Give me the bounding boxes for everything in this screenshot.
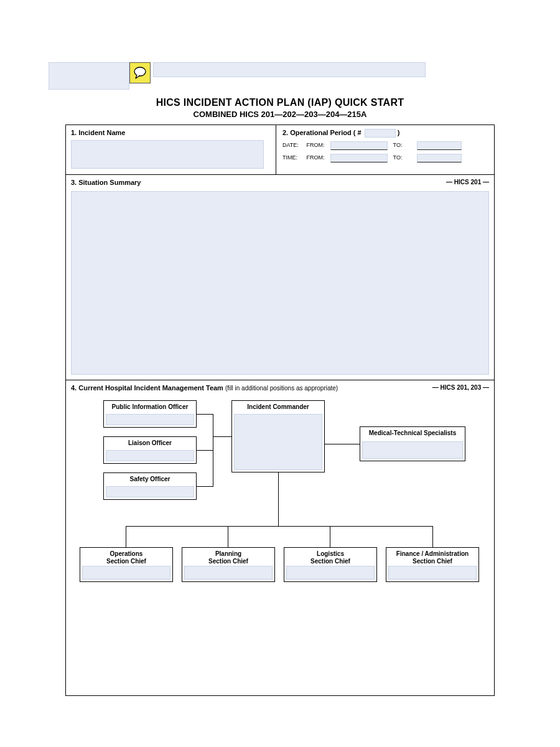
node-log-field[interactable] [286, 566, 375, 580]
op-label-text: 2. Operational Period ( # [282, 129, 362, 136]
date-to-field[interactable] [417, 141, 462, 150]
conn [197, 414, 213, 415]
op-label-close: ) [398, 129, 400, 136]
conn [126, 526, 126, 547]
form-container: 1. Incident Name 2. Operational Period (… [65, 125, 495, 696]
doc-subtitle: COMBINED HICS 201—202—203—204—215A [0, 110, 560, 119]
node-liaison: Liaison Officer [103, 436, 197, 464]
op-time-row: TIME: FROM: TO: [282, 154, 489, 162]
node-ops-label: OperationsSection Chief [80, 548, 172, 565]
op-date-row: DATE: FROM: TO: [282, 141, 489, 150]
conn [126, 526, 433, 527]
header-field-left[interactable] [49, 62, 129, 90]
node-liaison-label: Liaison Officer [104, 437, 196, 447]
conn [228, 526, 228, 547]
node-safety: Safety Officer [103, 472, 197, 500]
node-medtech-label: Medical-Technical Specialists [360, 427, 465, 437]
management-team-label: 4. Current Hospital Incident Management … [71, 384, 489, 392]
node-plan-label: PlanningSection Chief [182, 548, 274, 565]
situation-summary-field[interactable] [71, 191, 489, 375]
doc-title: HICS INCIDENT ACTION PLAN (IAP) QUICK ST… [0, 97, 560, 108]
situation-summary-label: 3. Situation Summary [71, 179, 489, 186]
node-fin-label: Finance / AdministrationSection Chief [386, 548, 478, 565]
org-chart: Public Information Officer Liaison Offic… [66, 395, 494, 695]
conn [325, 444, 360, 444]
section-incident-name: 1. Incident Name [66, 125, 276, 175]
time-label: TIME: [282, 154, 305, 161]
page: HICS INCIDENT ACTION PLAN (IAP) QUICK ST… [0, 0, 560, 747]
mgmt-hint: (fill in additional positions as appropr… [225, 385, 338, 392]
comment-icon[interactable] [129, 62, 151, 83]
date-label: DATE: [282, 142, 305, 148]
conn [213, 436, 231, 437]
date-to-label: TO: [393, 142, 416, 148]
op-number-field[interactable] [365, 129, 396, 138]
situation-summary-ref: — HICS 201 — [446, 179, 489, 186]
node-pio: Public Information Officer [103, 400, 197, 428]
time-from-label: FROM: [307, 154, 329, 161]
management-team-ref: — HICS 201, 203 — [432, 384, 489, 391]
mgmt-label-text: 4. Current Hospital Incident Management … [71, 384, 223, 392]
section-situation-summary: 3. Situation Summary — HICS 201 — [66, 175, 494, 380]
time-to-field[interactable] [417, 154, 462, 162]
date-from-field[interactable] [330, 141, 388, 150]
node-log-label: LogisticsSection Chief [284, 548, 376, 565]
node-plan-field[interactable] [184, 566, 273, 580]
node-medtech-field[interactable] [362, 441, 463, 459]
node-pio-field[interactable] [106, 414, 194, 425]
node-safety-label: Safety Officer [104, 473, 196, 483]
time-to-label: TO: [393, 154, 416, 161]
node-medtech: Medical-Technical Specialists [360, 426, 465, 461]
incident-name-label: 1. Incident Name [71, 129, 271, 136]
node-fin-field[interactable] [388, 566, 477, 580]
node-plan: PlanningSection Chief [182, 547, 275, 582]
conn [213, 414, 213, 487]
node-ops: OperationsSection Chief [80, 547, 173, 582]
node-ops-field[interactable] [82, 566, 170, 580]
node-commander-label: Incident Commander [232, 401, 324, 411]
svg-point-0 [134, 67, 146, 76]
conn [197, 486, 213, 487]
section-management-team: 4. Current Hospital Incident Management … [66, 380, 494, 695]
node-fin: Finance / AdministrationSection Chief [386, 547, 479, 582]
node-commander-field[interactable] [234, 414, 322, 470]
conn [432, 526, 433, 547]
conn [330, 526, 330, 547]
conn [197, 450, 213, 451]
node-pio-label: Public Information Officer [104, 401, 196, 411]
operational-period-label: 2. Operational Period ( # ) [282, 129, 489, 138]
date-from-label: FROM: [307, 142, 329, 148]
incident-name-field[interactable] [71, 140, 264, 169]
conn [278, 472, 279, 526]
section-operational-period: 2. Operational Period ( # ) DATE: FROM: … [276, 125, 494, 175]
node-log: LogisticsSection Chief [284, 547, 377, 582]
node-commander: Incident Commander [231, 400, 325, 472]
header-field-bar[interactable] [153, 62, 426, 77]
node-liaison-field[interactable] [106, 450, 194, 461]
time-from-field[interactable] [330, 154, 388, 162]
node-safety-field[interactable] [106, 486, 194, 497]
